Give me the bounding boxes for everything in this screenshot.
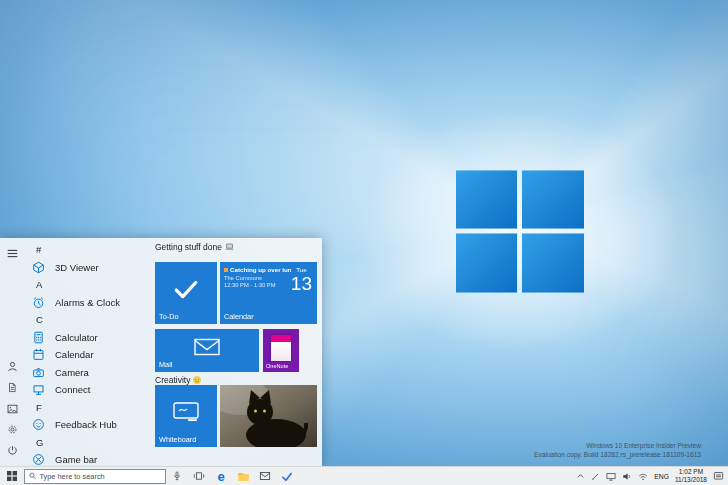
clock[interactable]: 1:02 PM 11/13/2018 [675,468,707,484]
file-explorer-taskbar-button[interactable] [232,467,254,485]
whiteboard-icon [173,402,199,422]
app-list-header-label: F [36,402,42,413]
app-list-item-camera[interactable]: Camera [24,364,152,382]
mail-icon [259,471,271,481]
watermark: Windows 10 Enterprise Insider Preview Ev… [534,441,701,460]
pen-tray-button[interactable] [591,472,600,481]
pen-icon [591,472,600,481]
app-list-header-label: C [36,314,43,325]
todo-check-icon [281,471,293,482]
event-location: The Commons [224,275,291,281]
group-title: Getting stuff done [155,242,222,252]
hamburger-icon [7,249,18,258]
app-label: Calendar [55,349,94,360]
power-button[interactable] [4,444,20,457]
pictures-icon [7,404,18,414]
volume-tray-button[interactable] [622,472,632,481]
event-title: Catching up over lunch [230,266,291,273]
todo-taskbar-button[interactable] [276,467,298,485]
tile-onenote[interactable]: OneNote [263,329,299,372]
wifi-icon [638,472,648,481]
laptop-emoji-icon [225,243,234,251]
tile-label: Whiteboard [159,435,196,444]
expand-menu-button[interactable] [4,247,20,260]
app-list-item-feedback-hub[interactable]: Feedback Hub [24,416,152,434]
action-center-button[interactable] [713,471,724,481]
watermark-line1: Windows 10 Enterprise Insider Preview [534,441,701,451]
tile-group-creativity[interactable]: Creativity [155,375,201,385]
display-icon [606,472,616,481]
tile-todo[interactable]: To-Do [155,262,217,324]
user-account-button[interactable] [4,360,20,373]
task-view-button[interactable] [188,467,210,485]
microphone-icon [172,470,182,482]
app-list-header-a[interactable]: A [24,276,152,294]
group-title: Creativity [155,375,190,385]
alarms-clock-icon [32,296,45,309]
app-label: Feedback Hub [55,419,117,430]
mail-taskbar-button[interactable] [254,467,276,485]
app-list-header-hash[interactable]: # [24,241,152,259]
network-tray-button[interactable] [638,472,648,481]
tile-mail[interactable]: Mail [155,329,259,372]
connect-icon [32,383,45,396]
start-rail [0,238,24,466]
calculator-icon [32,331,45,344]
app-list-item-game-bar[interactable]: Game bar [24,451,152,466]
tile-label: Calendar [224,312,254,321]
display-tray-button[interactable] [606,472,616,481]
app-label: 3D Viewer [55,262,99,273]
action-center-icon [713,471,724,481]
app-list-header-f[interactable]: F [24,399,152,417]
edge-taskbar-button[interactable]: e [210,467,232,485]
app-label: Connect [55,384,90,395]
cortana-mic-button[interactable] [166,467,188,485]
chevron-up-icon [576,472,585,480]
app-label: Calculator [55,332,98,343]
start-button[interactable] [0,467,24,485]
app-list-header-label: G [36,437,43,448]
pictures-button[interactable] [4,402,20,415]
mail-envelope-icon [194,338,220,356]
settings-button[interactable] [4,423,20,436]
tray-date: 11/13/2018 [675,476,707,484]
app-list-item-3d-viewer[interactable]: 3D Viewer [24,259,152,277]
search-input[interactable] [39,472,161,481]
app-list-header-label: # [36,244,41,255]
tile-photos-cat[interactable] [220,385,317,447]
app-list-item-calendar[interactable]: Calendar [24,346,152,364]
calendar-day: 13 [291,274,312,293]
taskbar-search[interactable] [24,469,166,484]
app-list-item-connect[interactable]: Connect [24,381,152,399]
app-list-item-calculator[interactable]: Calculator [24,329,152,347]
tile-label: Mail [159,360,172,369]
tile-label: To-Do [159,312,178,321]
app-label: Camera [55,367,89,378]
gear-icon [7,424,18,435]
app-label: Game bar [55,454,97,465]
calendar-date: Tue 13 [291,266,312,293]
tile-whiteboard[interactable]: Whiteboard [155,385,217,447]
calendar-icon [32,348,45,361]
taskbar: e [0,466,728,485]
app-list-item-alarms-clock[interactable]: Alarms & Clock [24,294,152,312]
documents-button[interactable] [4,381,20,394]
power-icon [7,445,18,456]
camera-icon [32,366,45,379]
user-icon [7,361,18,372]
tray-time: 1:02 PM [675,468,707,476]
app-list-header-label: A [36,279,42,290]
watermark-line2: Evaluation copy. Build 18282.rs_prerelea… [534,450,701,460]
tile-calendar[interactable]: Catching up over lunch The Commons 12:30… [220,262,317,324]
app-list-header-g[interactable]: G [24,434,152,452]
tile-group-getting-stuff-done[interactable]: Getting stuff done [155,242,234,252]
app-list-header-c[interactable]: C [24,311,152,329]
language-indicator[interactable]: ENG [654,473,669,480]
hidden-icons-button[interactable] [576,472,585,480]
event-emoji-icon [224,268,228,272]
3d-viewer-icon [32,261,45,274]
app-list: # 3D Viewer A Alarms & Clock [24,238,152,466]
todo-check-icon [173,278,199,300]
onenote-screenshot [271,335,291,361]
file-explorer-icon [237,471,250,482]
